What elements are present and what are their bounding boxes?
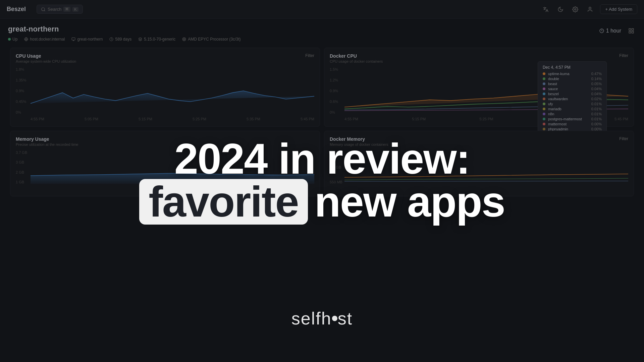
search-icon	[41, 7, 46, 12]
svg-point-0	[42, 7, 45, 10]
svg-rect-10	[72, 38, 75, 40]
time-range-label: 1 hour	[606, 28, 621, 34]
tooltip-row: n8n 0.01%	[543, 112, 602, 116]
search-label: Search	[48, 7, 61, 12]
tooltip-row: beast 0.05%	[543, 82, 602, 86]
docker-memory-chart-subtitle: Memory usage of docker containers	[330, 142, 388, 146]
tooltip-dot	[543, 103, 545, 105]
uptime-label: 589 days	[115, 37, 131, 42]
status-dot	[8, 38, 11, 41]
tooltip-row: mattermost 0.00%	[543, 122, 602, 126]
time-range-button[interactable]: 1 hour	[599, 28, 621, 34]
host-label: host.docker.internal	[30, 37, 65, 42]
selfhost-dot-icon	[332, 316, 337, 321]
app-logo: Beszel	[7, 6, 26, 13]
memory-chart-title: Memory Usage	[16, 136, 314, 142]
svg-point-1	[575, 8, 576, 10]
selfhost-watermark: selfhst	[291, 308, 353, 328]
tooltip-dot	[543, 113, 545, 115]
cpu-chart-area: 1.8% 1.35% 0.9% 0.45% 0%	[16, 67, 314, 121]
tooltip-row: vaultwarden 0.02%	[543, 97, 602, 101]
tooltip-dot	[543, 87, 545, 90]
hostname-label: great-northern	[77, 37, 103, 42]
svg-point-2	[589, 7, 591, 9]
tooltip-dot	[543, 118, 545, 120]
tooltip-row: postgres-mattermost 0.01%	[543, 117, 602, 121]
meta-host: host.docker.internal	[24, 37, 65, 42]
clock-icon	[599, 28, 604, 33]
docker-memory-filter-button[interactable]: Filter	[619, 136, 628, 150]
search-key: K	[72, 7, 78, 12]
user-icon[interactable]	[585, 5, 595, 14]
cpu-chart-subtitle: Average system-wide CPU utilization	[16, 59, 76, 63]
meta-status: Up	[8, 37, 17, 42]
system-meta: Up host.docker.internal great-northern 5…	[8, 37, 636, 42]
translate-icon[interactable]	[541, 5, 550, 14]
tooltip-row: uptime-kuma 0.47%	[543, 72, 602, 76]
tooltip-dot	[543, 108, 545, 110]
svg-rect-4	[629, 28, 631, 30]
kernel-icon	[138, 37, 142, 41]
svg-rect-7	[632, 32, 634, 33]
docker-memory-y-axis: 2.2 GB 1.1 GB 550 MB	[330, 150, 343, 184]
add-system-button[interactable]: + Add System	[600, 4, 637, 14]
meta-kernel: 5.15.0-70-generic	[138, 37, 175, 42]
system-header: great-northern 1 hour Up host.doc	[0, 19, 644, 46]
cpu-filter-button[interactable]: Filter	[305, 53, 314, 58]
docker-cpu-chart-subtitle: CPU usage of docker containers	[330, 59, 383, 63]
cpu-chart-panel: CPU Usage Average system-wide CPU utiliz…	[10, 48, 320, 127]
uptime-icon	[109, 37, 113, 41]
memory-y-axis: 3.7 GB 3 GB 2 GB 1 GB	[16, 150, 29, 184]
cpu-chart-title: CPU Usage	[16, 53, 76, 59]
docker-memory-chart-panel: Docker Memory Memory usage of docker con…	[324, 131, 634, 196]
system-name: great-northern	[8, 25, 59, 34]
tooltip-row: sauce 0.04%	[543, 87, 602, 91]
tooltip-row: beszel 0.04%	[543, 92, 602, 96]
svg-rect-5	[632, 28, 634, 30]
status-label: Up	[12, 37, 17, 42]
docker-memory-chart-svg	[344, 150, 628, 184]
docker-cpu-chart-title: Docker CPU	[330, 53, 383, 59]
svg-rect-14	[183, 38, 185, 41]
grid-toggle-button[interactable]	[627, 26, 636, 36]
meta-hostname: great-northern	[71, 37, 103, 42]
cpu-y-axis: 1.8% 1.35% 0.9% 0.45% 0%	[16, 67, 29, 114]
globe-icon	[24, 37, 28, 41]
tooltip-row: double 0.14%	[543, 77, 602, 81]
tooltip-dot	[543, 82, 545, 85]
cpu-label: AMD EPYC Processor (3c/3t)	[188, 37, 240, 42]
moon-icon[interactable]	[556, 5, 565, 14]
svg-rect-15	[184, 39, 185, 40]
selfhost-text: selfhst	[291, 309, 353, 328]
memory-chart-subtitle: Precise utilization at the recorded time	[16, 142, 314, 146]
memory-chart-panel: Memory Usage Precise utilization at the …	[10, 131, 320, 196]
search-shortcut: ⌘	[63, 7, 70, 12]
nav-right: + Add System	[541, 4, 637, 14]
tooltip-dot	[543, 72, 545, 75]
search-button[interactable]: Search ⌘ K	[37, 5, 83, 14]
meta-cpu: AMD EPYC Processor (3c/3t)	[182, 37, 240, 42]
tooltip-row: mariadb 0.01%	[543, 107, 602, 111]
tooltip-time: Dec 4, 4:57 PM	[543, 65, 602, 70]
meta-uptime: 589 days	[109, 37, 131, 42]
memory-chart-svg	[31, 150, 314, 184]
kernel-label: 5.15.0-70-generic	[144, 37, 175, 42]
topnav: Beszel Search ⌘ K + Add Sy	[0, 0, 644, 19]
tooltip-dot	[543, 93, 545, 95]
docker-cpu-y-axis: 1.5% 1.2% 0.9% 0.6% 0%	[330, 67, 343, 114]
docker-cpu-filter-button[interactable]: Filter	[619, 53, 628, 58]
cpu-chart-svg	[31, 67, 314, 114]
tooltip-dot	[543, 77, 545, 80]
tooltip-dot	[543, 123, 545, 125]
charts-grid: CPU Usage Average system-wide CPU utiliz…	[0, 46, 644, 129]
settings-icon[interactable]	[571, 5, 580, 14]
cpu-x-axis: 4:55 PM 5:05 PM 5:15 PM 5:25 PM 5:35 PM …	[31, 117, 314, 121]
docker-memory-chart-title: Docker Memory	[330, 136, 388, 142]
tooltip-row: ufy 0.01%	[543, 102, 602, 106]
monitor-icon	[71, 37, 75, 41]
docker-memory-chart-area: 2.2 GB 1.1 GB 550 MB	[330, 150, 628, 191]
cpu-icon	[182, 37, 186, 41]
memory-grid: Memory Usage Precise utilization at the …	[0, 129, 644, 198]
docker-cpu-chart-panel: Docker CPU CPU usage of docker container…	[324, 48, 634, 127]
tooltip-dot	[543, 98, 545, 100]
